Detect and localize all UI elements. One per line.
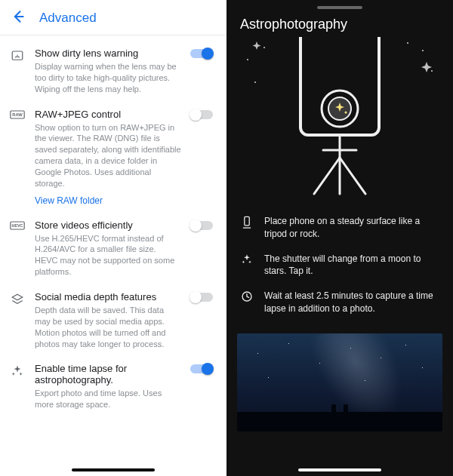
tip-text: The shutter will change from a moon to s… [264,253,439,278]
setting-astro-timelapse[interactable]: Enable time lapse for astrophotography. … [8,357,219,418]
setting-title: Show dirty lens warning [35,48,181,59]
warning-box-icon [9,48,26,63]
tip-wait: Wait at least 2.5 minutes to capture a t… [240,284,439,321]
toggle-astro-timelapse[interactable] [190,363,216,373]
svg-point-6 [247,59,248,60]
header-bar: Advanced [0,0,226,35]
setting-text: RAW+JPEG control Show option to turn on … [35,109,181,206]
setting-hevc[interactable]: HEVC Store videos efficiently Use H.265/… [8,213,219,285]
setting-text: Store videos efficiently Use H.265/HEVC … [35,220,181,278]
sparkle-icon [240,253,254,266]
setting-desc: Depth data will be saved. This data may … [35,305,181,349]
svg-rect-21 [245,217,249,226]
astro-illustration [233,37,447,203]
view-raw-folder-link[interactable]: View RAW folder [35,195,181,206]
tip-text: Place phone on a steady surface like a t… [264,215,439,241]
svg-point-11 [254,81,256,83]
svg-line-19 [314,158,340,194]
setting-title: Store videos efficiently [35,220,181,231]
setting-desc: Show option to turn on RAW+JPEG in the v… [35,122,181,189]
svg-point-10 [407,42,408,44]
toggle-raw-jpeg[interactable] [190,109,216,119]
svg-point-8 [422,50,424,51]
toggle-hevc[interactable] [190,220,216,230]
setting-title: Enable time lapse for astrophotography. [35,363,181,385]
setting-text: Enable time lapse for astrophotography. … [35,363,181,410]
svg-point-15 [345,112,347,114]
clock-icon [240,290,254,302]
astro-preview-image [237,333,442,431]
setting-desc: Display warning when the lens may be too… [35,61,181,95]
settings-list: Show dirty lens warning Display warning … [0,35,226,468]
setting-dirty-lens[interactable]: Show dirty lens warning Display warning … [8,41,219,103]
nav-pill[interactable] [298,468,381,471]
raw-icon: RAW [9,109,26,119]
toggle-dirty-lens[interactable] [190,48,216,58]
svg-point-1 [17,55,18,57]
tips-list: Place phone on a steady surface like a t… [226,203,453,329]
astro-screen: Astrophotography [226,0,453,476]
setting-title: RAW+JPEG control [35,109,181,120]
svg-point-7 [263,47,265,48]
setting-raw-jpeg[interactable]: RAW RAW+JPEG control Show option to turn… [8,103,219,213]
setting-title: Social media depth features [35,291,181,302]
phone-steady-icon [240,215,254,229]
tip-steady: Place phone on a steady surface like a t… [240,209,439,247]
tip-shutter: The shutter will change from a moon to s… [240,247,439,284]
hevc-icon: HEVC [9,220,26,230]
setting-text: Social media depth features Depth data w… [35,291,181,349]
svg-point-9 [431,70,433,72]
layers-icon [9,291,26,306]
settings-screen: Advanced Show dirty lens warning Display… [0,0,226,476]
back-arrow-icon[interactable] [11,9,26,27]
setting-desc: Use H.265/HEVC format instead of H.264/A… [35,233,181,278]
page-title: Astrophotography [226,9,453,37]
toggle-depth[interactable] [190,291,216,302]
svg-line-20 [340,158,365,194]
setting-desc: Export photo and time lapse. Uses more s… [35,388,181,410]
svg-text:RAW: RAW [12,112,23,117]
setting-text: Show dirty lens warning Display warning … [35,48,181,95]
sparkle-icon [9,363,26,378]
nav-pill[interactable] [72,468,155,471]
svg-text:HEVC: HEVC [11,223,23,228]
setting-depth[interactable]: Social media depth features Depth data w… [8,285,219,357]
tip-text: Wait at least 2.5 minutes to capture a t… [264,290,439,315]
page-title: Advanced [39,11,97,26]
